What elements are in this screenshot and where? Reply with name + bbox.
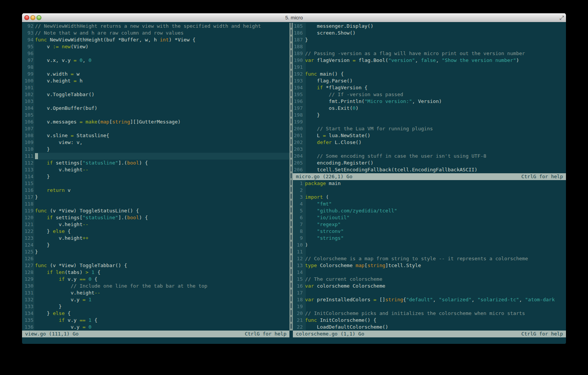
- code-line[interactable]: 112 if settings["statusline"].(bool) {: [22, 160, 289, 166]
- code-line[interactable]: 205 encoding.Register(): [293, 160, 566, 166]
- editor-pane-micro-go[interactable]: 185 messenger.Display()186 screen.Show()…: [293, 23, 566, 173]
- code-line[interactable]: 116 return v: [22, 187, 289, 194]
- code-line[interactable]: 96: [22, 50, 289, 57]
- code-line[interactable]: 187}: [293, 36, 566, 43]
- code-line[interactable]: 123 v.height++: [22, 235, 289, 242]
- line-number: 104: [22, 105, 33, 112]
- code-line[interactable]: 129 if v.y == 0 {: [22, 276, 289, 283]
- line-number: 105: [22, 112, 33, 119]
- code-line[interactable]: 98: [22, 64, 289, 71]
- code-line[interactable]: 93// Note that w and h are raw column an…: [22, 30, 289, 36]
- code-line[interactable]: 199: [293, 119, 566, 125]
- code-line[interactable]: 94func NewViewWidthHeight(buf *Buffer, w…: [22, 36, 289, 43]
- code-line[interactable]: 185 messenger.Display(): [293, 23, 566, 30]
- code-line[interactable]: 122 } else {: [22, 228, 289, 235]
- pane-divider[interactable]: [289, 23, 293, 331]
- code-line[interactable]: 18var preInstalledColors = []string{"def…: [293, 296, 566, 303]
- code-line[interactable]: 133 }: [22, 303, 289, 310]
- code-line[interactable]: 9 "strings": [293, 235, 566, 242]
- code-line[interactable]: 200 // Start the Lua VM for running plug…: [293, 125, 566, 132]
- code-line[interactable]: 95 v := new(View): [22, 43, 289, 50]
- code-line[interactable]: 6 "io/ioutil": [293, 214, 566, 221]
- code-line[interactable]: 103: [22, 98, 289, 105]
- code-line[interactable]: 135 if v.y == 1 {: [22, 317, 289, 324]
- code-line[interactable]: 198 }: [293, 112, 566, 119]
- code-line[interactable]: 203: [293, 146, 566, 153]
- code-line[interactable]: 191: [293, 64, 566, 71]
- code-line[interactable]: 110 }: [22, 146, 289, 153]
- code-line[interactable]: 2: [293, 187, 566, 194]
- code-line[interactable]: 7 "regexp": [293, 221, 566, 228]
- code-line[interactable]: 118: [22, 201, 289, 207]
- code-line[interactable]: 136 v.y = 0: [22, 324, 289, 331]
- code-line[interactable]: 196 fmt.Println("Micro version:", Versio…: [293, 98, 566, 105]
- code-line[interactable]: 97 v.x, v.y = 0, 0: [22, 57, 289, 64]
- code-line[interactable]: 204 // Some encoding stuff in case the u…: [293, 153, 566, 160]
- code-line[interactable]: 4 "fmt": [293, 201, 566, 207]
- code-line[interactable]: 3import (: [293, 194, 566, 201]
- code-line[interactable]: 190var flagVersion = flag.Bool("version"…: [293, 57, 566, 64]
- code-line[interactable]: 206 tcell.SetEncodingFallback(tcell.Enco…: [293, 166, 566, 173]
- code-line[interactable]: 186 screen.Show(): [293, 30, 566, 36]
- line-number: 8: [293, 228, 303, 235]
- code-line[interactable]: 192func main() {: [293, 71, 566, 78]
- code-line[interactable]: 193 flag.Parse(): [293, 78, 566, 84]
- code-line[interactable]: 201 L = lua.NewState(): [293, 132, 566, 139]
- code-line[interactable]: 132 v.y = 1: [22, 296, 289, 303]
- code-line[interactable]: 22 LoadDefaultColorscheme(): [293, 324, 566, 331]
- code-line[interactable]: 119func (v *View) ToggleStatusLine() {: [22, 207, 289, 214]
- code-line[interactable]: 12// Colorscheme is a map from string to…: [293, 255, 566, 262]
- code-line[interactable]: 10): [293, 242, 566, 248]
- window-titlebar[interactable]: 5. micro ⤢: [22, 13, 566, 22]
- code-line[interactable]: 100 v.height = h: [22, 78, 289, 84]
- code-line[interactable]: 17: [293, 290, 566, 296]
- code-line[interactable]: 195 // If -version was passed: [293, 91, 566, 98]
- code-line[interactable]: 114 }: [22, 173, 289, 180]
- code-line[interactable]: 14: [293, 269, 566, 276]
- code-line[interactable]: 113 v.height--: [22, 166, 289, 173]
- code-line[interactable]: 130 // Include one line for the tab bar …: [22, 283, 289, 290]
- code-line[interactable]: 1package main: [293, 180, 566, 187]
- code-line[interactable]: 16var colorscheme Colorscheme: [293, 283, 566, 290]
- code-line[interactable]: 125}: [22, 248, 289, 255]
- code-line[interactable]: 115: [22, 180, 289, 187]
- code-line[interactable]: 104 v.OpenBuffer(buf): [22, 105, 289, 112]
- code-line[interactable]: 197 os.Exit(0): [293, 105, 566, 112]
- code-line[interactable]: 117}: [22, 194, 289, 201]
- editor-pane-colorscheme-go[interactable]: 1package main23import (4 "fmt"5 "github.…: [293, 180, 566, 331]
- code-line[interactable]: 107: [22, 125, 289, 132]
- code-line[interactable]: 109 view: v,: [22, 139, 289, 146]
- code-line[interactable]: 194 if *flagVersion {: [293, 84, 566, 91]
- code-line[interactable]: 8 "strconv": [293, 228, 566, 235]
- code-line[interactable]: 5 "github.com/zyedidia/tcell": [293, 207, 566, 214]
- code-line[interactable]: 126: [22, 255, 289, 262]
- code-line[interactable]: 105: [22, 112, 289, 119]
- code-line[interactable]: 188: [293, 43, 566, 50]
- line-number: 11: [293, 248, 303, 255]
- code-line[interactable]: 121 v.height--: [22, 221, 289, 228]
- code-line[interactable]: 127func (v *View) ToggleTabbar() {: [22, 262, 289, 269]
- code-line[interactable]: 128 if len(tabs) > 1 {: [22, 269, 289, 276]
- line-number: 123: [22, 235, 33, 242]
- code-line[interactable]: 120 if settings["statusline"].(bool) {: [22, 214, 289, 221]
- code-line[interactable]: 21func InitColorscheme() {: [293, 317, 566, 324]
- code-line[interactable]: 15// The current colorscheme: [293, 276, 566, 283]
- code-line[interactable]: 131 v.height--: [22, 290, 289, 296]
- code-line[interactable]: 124 }: [22, 242, 289, 248]
- code-line[interactable]: 202 defer L.Close(): [293, 139, 566, 146]
- code-line[interactable]: 108 v.sline = Statusline{: [22, 132, 289, 139]
- code-line[interactable]: 111: [22, 153, 289, 160]
- code-line[interactable]: 189// Passing -version as a flag will ha…: [293, 50, 566, 57]
- code-line[interactable]: 102 v.ToggleTabbar(): [22, 91, 289, 98]
- code-line[interactable]: 19: [293, 303, 566, 310]
- code-line[interactable]: 134 } else {: [22, 310, 289, 317]
- code-line[interactable]: 13type Colorscheme map[string]tcell.Styl…: [293, 262, 566, 269]
- code-line[interactable]: 92// NewViewWidthHeight returns a new vi…: [22, 23, 289, 30]
- code-line[interactable]: 106 v.messages = make(map[string][]Gutte…: [22, 119, 289, 125]
- code-line[interactable]: 20// InitColorscheme picks and initializ…: [293, 310, 566, 317]
- fullscreen-expand-icon[interactable]: ⤢: [560, 14, 564, 22]
- editor-pane-view-go[interactable]: 92// NewViewWidthHeight returns a new vi…: [22, 23, 289, 331]
- code-line[interactable]: 11: [293, 248, 566, 255]
- code-line[interactable]: 101: [22, 84, 289, 91]
- code-line[interactable]: 99 v.width = w: [22, 71, 289, 78]
